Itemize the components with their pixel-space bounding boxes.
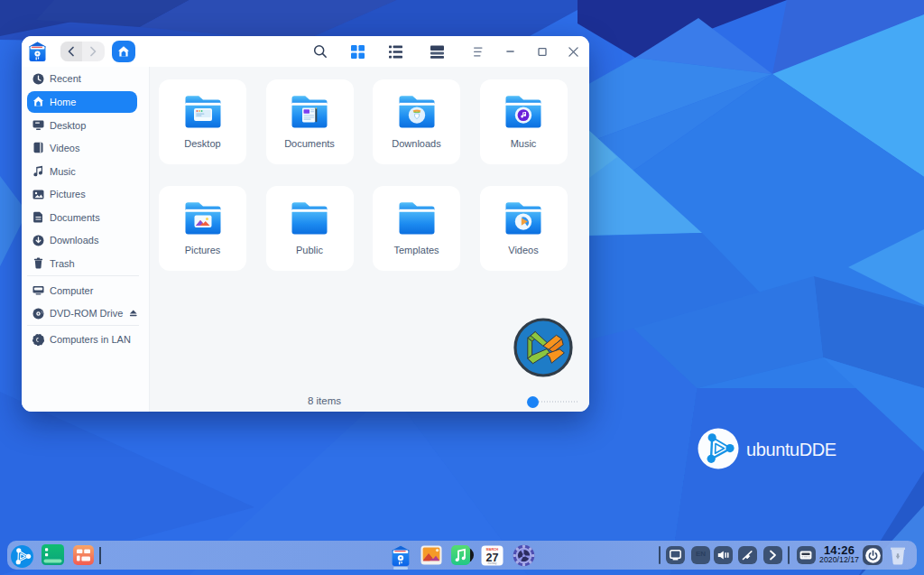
svg-text:monday: monday (488, 561, 498, 565)
